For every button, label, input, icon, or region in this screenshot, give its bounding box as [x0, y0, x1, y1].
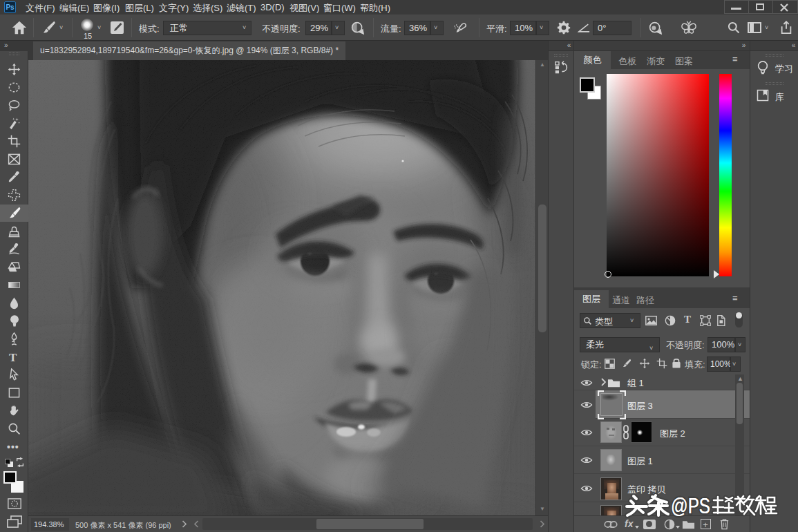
- svg-text:@PS: @PS: [671, 493, 710, 518]
